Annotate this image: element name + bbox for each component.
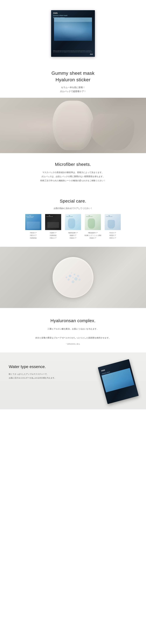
- products-grid: AbibGummy sheet maskHyaluron sticker #保湿…: [6, 214, 140, 240]
- microfiber-body: マスクパックの美容成分の吸収率は、密着力によって決まります。 ガムパックは、お顔…: [18, 170, 128, 182]
- product-card-1: AbibGummy sheet maskHyaluron sticker #保湿…: [25, 214, 42, 240]
- water-essence-body: 軽くてさっぱりしたアンプルテクスチャーで、 お肌に活力＆エネルギーがあふれる水分…: [9, 372, 90, 380]
- water-essence-image: Abib Gummy sheetHyaluron sticker: [96, 361, 137, 402]
- product-thumb-1: AbibGummy sheet maskHyaluron sticker: [25, 214, 41, 230]
- package-water-overlay: [54, 18, 92, 41]
- product-thumb-4: Abibcalming sheet mask: [85, 214, 101, 230]
- title-section: Gummy sheet mask Hyaluron sticker セラム一本を…: [0, 64, 146, 98]
- special-care-title: Special care.: [6, 198, 140, 204]
- hyaluronsan-section: Hyaluronsan complex. 三重ヒアルロン酸を配合。お肌にうるおい…: [0, 308, 146, 352]
- face-image: [0, 98, 146, 153]
- product-card-2: AbibGummy sheet mask #皮膚ケア #栄養供給 #美白ケア: [44, 214, 62, 240]
- hyaluronsan-body: 三重ヒアルロン酸を配合。お肌にうるおいを与えます。 水分と栄養の豊富なブルーアガ…: [18, 327, 128, 340]
- product-tags-2: #皮膚ケア #栄養供給 #美白ケア: [50, 232, 57, 240]
- gel-image-section: [0, 247, 146, 308]
- svg-point-4: [72, 277, 74, 278]
- package-brand-bottom: Abib: [90, 54, 93, 55]
- special-care-subtitle: お肌の悩みに合わせてケアしてください！: [6, 207, 140, 210]
- hyaluronsan-footnote: * 原料的特性に限る: [18, 343, 128, 345]
- microfiber-section: Microfiber sheets. マスクパックの美容成分の吸収率は、密着力に…: [0, 153, 146, 191]
- product-thumb-3: AbibGummy sheet mask: [65, 214, 81, 230]
- svg-point-1: [74, 274, 75, 275]
- package-brand: Abib: [53, 12, 67, 14]
- svg-point-3: [68, 279, 70, 280]
- product-tags-1: #保湿ケア #弾力ケア #栄養供給: [30, 232, 37, 240]
- product-tags-4: #緊急鎮静ケア #皮膚コンディション調節 #保湿ケア: [84, 232, 101, 240]
- water-essence-text: Water type essence. 軽くてさっぱりしたアンプルテクスチャーで…: [9, 361, 90, 380]
- product-tags-3: #鎮静皮膚ケア #鎮静ケア #保湿ケア: [68, 232, 78, 240]
- gel-plate: [53, 257, 93, 298]
- hands-graphic: [90, 114, 134, 150]
- gel-drops-svg: [58, 263, 88, 292]
- water-essence-section: Water type essence. 軽くてさっぱりしたアンプルテクスチャーで…: [0, 352, 146, 409]
- svg-point-0: [69, 275, 71, 277]
- product-package-inner: Abib Gummy sheet mask Hyaluron sticker A…: [51, 10, 95, 57]
- package-description: ABIB firmly strongly sticks to the skin …: [53, 50, 93, 52]
- package-angled: Abib Gummy sheetHyaluron sticker: [98, 359, 139, 404]
- svg-point-8: [79, 279, 80, 280]
- microfiber-title: Microfiber sheets.: [18, 162, 128, 167]
- svg-point-9: [72, 280, 74, 283]
- hero-section: Abib Gummy sheet mask Hyaluron sticker A…: [0, 0, 146, 64]
- face-image-section: [0, 98, 146, 153]
- hyaluronsan-title: Hyaluronsan complex.: [18, 318, 128, 323]
- page-subtitle: セラム一本を肌に密着！ ガムパックで超密着ケア！: [3, 86, 143, 93]
- package-angled-inner: Abib Gummy sheetHyaluron sticker: [98, 359, 139, 404]
- product-thumb-2: AbibGummy sheet mask: [45, 214, 61, 230]
- product-image-container: Abib Gummy sheet mask Hyaluron sticker A…: [48, 9, 98, 58]
- product-tags-5: #水分ケア #保湿ケア #弾力ケア: [109, 232, 116, 240]
- product-card-4: Abibcalming sheet mask #緊急鎮静ケア #皮膚コンディショ…: [84, 214, 102, 240]
- product-thumb-5: AbibGummy sheet mask: [105, 214, 121, 230]
- water-essence-title: Water type essence.: [9, 364, 90, 369]
- package-bottom-text: ABIB firmly strongly sticks to the skin …: [53, 50, 93, 52]
- special-care-section: Special care. お肌の悩みに合わせてケアしてください！ AbibGu…: [0, 191, 146, 247]
- product-card-5: AbibGummy sheet mask #水分ケア #保湿ケア #弾力ケア: [104, 214, 121, 240]
- svg-point-6: [71, 272, 72, 274]
- package-water-graphic: [54, 18, 92, 41]
- product-card-3: AbibGummy sheet mask #鎮静皮膚ケア #鎮静ケア #保湿ケア: [64, 214, 82, 240]
- svg-point-2: [74, 278, 77, 280]
- product-package: Abib Gummy sheet mask Hyaluron sticker A…: [51, 10, 95, 57]
- svg-point-7: [66, 277, 67, 278]
- page-title: Gummy sheet mask Hyaluron sticker: [3, 70, 143, 83]
- svg-point-5: [77, 275, 79, 277]
- face-shape: [53, 101, 93, 150]
